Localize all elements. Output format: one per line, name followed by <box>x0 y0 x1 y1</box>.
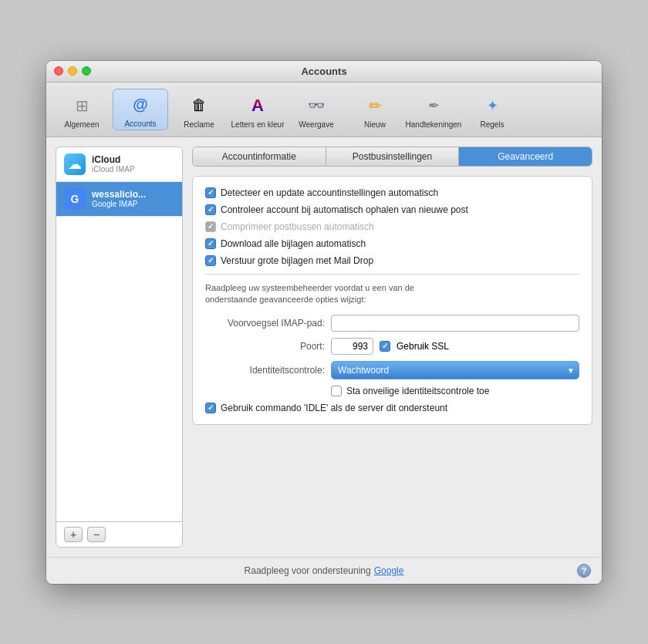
tab-geavanceerd[interactable]: Geavanceerd <box>459 147 592 166</box>
toolbar-label-nieuw: Nieuw <box>364 120 386 129</box>
checkbox-mail-drop[interactable]: Verstuur grote bijlagen met Mail Drop <box>205 255 579 266</box>
sidebar-spacer <box>56 217 182 521</box>
add-account-button[interactable]: + <box>64 527 83 542</box>
checkbox-unsafe-auth-box[interactable] <box>331 386 342 396</box>
toolbar-item-letters[interactable]: Letters en kleur <box>230 90 285 130</box>
form-label-poort: Poort: <box>205 341 325 352</box>
detail-panel: Accountinformatie Postbusinstellingen Ge… <box>192 147 592 548</box>
idle-label: Gebruik commando 'IDLE' als de server di… <box>221 403 447 413</box>
window-title: Accounts <box>301 66 346 77</box>
checkbox-auto-detect[interactable]: Detecteer en update accountinstellingen … <box>205 187 579 198</box>
zoom-button[interactable] <box>82 66 91 76</box>
nieuw-icon <box>363 93 387 118</box>
advisory-text: Raadpleeg uw systeembeheerder voordat u … <box>205 282 579 306</box>
toolbar-item-regels[interactable]: Regels <box>464 90 520 130</box>
checkbox-check-account-label: Controleer account bij automatisch ophal… <box>221 204 468 215</box>
title-bar: Accounts <box>46 61 602 83</box>
google-icon: G <box>64 188 86 210</box>
form-label-identiteitscontrole: Identiteitscontrole: <box>205 365 325 376</box>
port-row: Gebruik SSL <box>331 338 449 355</box>
checkbox-check-account-box[interactable] <box>205 204 216 215</box>
checkbox-mail-drop-label: Verstuur grote bijlagen met Mail Drop <box>221 255 373 266</box>
letters-icon <box>245 93 270 118</box>
ssl-label: Gebruik SSL <box>397 341 449 352</box>
identiteitscontrole-select[interactable]: Wachtwoord MD5 NTLM Kerberos <box>331 361 579 379</box>
checkbox-ssl-box[interactable] <box>380 341 390 352</box>
accounts-sidebar: ☁ iCloud iCloud IMAP G wessalicio... Goo… <box>56 147 183 548</box>
checkbox-idle-box[interactable] <box>205 403 216 413</box>
toolbar-label-reclame: Reclame <box>184 120 214 129</box>
checkbox-mail-drop-box[interactable] <box>205 255 216 266</box>
toolbar: Algemeen Accounts Reclame Letters en kle… <box>46 83 602 137</box>
handtekeningen-icon <box>421 93 446 118</box>
checkbox-auto-detect-box[interactable] <box>205 187 216 198</box>
identiteitscontrole-wrapper: Wachtwoord MD5 NTLM Kerberos ▼ <box>331 361 579 379</box>
reclame-icon <box>187 93 211 118</box>
checkbox-unsafe-auth[interactable]: Sta onveilige identiteitscontrole toe <box>331 386 489 396</box>
regels-icon <box>480 93 505 118</box>
accounts-icon <box>128 93 153 117</box>
toolbar-label-regels: Regels <box>480 120 504 129</box>
icloud-account-text: iCloud iCloud IMAP <box>92 154 135 174</box>
checkbox-download-attach-box[interactable] <box>205 238 216 249</box>
form-row-imap-pad: Voorvoegsel IMAP-pad: <box>205 315 579 332</box>
checkbox-auto-detect-label: Detecteer en update accountinstellingen … <box>221 187 438 198</box>
general-icon <box>69 93 94 118</box>
checkbox-compress-label: Comprimeer postbussen automatisch <box>221 221 374 232</box>
icloud-account-type: iCloud IMAP <box>92 165 135 174</box>
checkbox-compress: Comprimeer postbussen automatisch <box>205 221 579 232</box>
form-row-poort: Poort: Gebruik SSL <box>205 338 579 355</box>
form-row-identiteitscontrole: Identiteitscontrole: Wachtwoord MD5 NTLM… <box>205 361 579 379</box>
toolbar-label-weergave: Weergave <box>299 120 333 129</box>
toolbar-label-handtekeningen: Handtekeningen <box>406 120 462 129</box>
toolbar-label-letters: Letters en kleur <box>231 120 285 129</box>
idle-row[interactable]: Gebruik commando 'IDLE' als de server di… <box>205 403 579 413</box>
tabs-bar: Accountinformatie Postbusinstellingen Ge… <box>192 147 592 167</box>
icloud-account-name: iCloud <box>92 154 135 165</box>
icloud-icon: ☁ <box>64 153 86 175</box>
tab-accountinformatie[interactable]: Accountinformatie <box>193 147 326 166</box>
poort-input[interactable] <box>331 338 373 355</box>
checkbox-download-attach[interactable]: Download alle bijlagen automatisch <box>205 238 579 249</box>
minimize-button[interactable] <box>68 66 77 76</box>
checkbox-download-attach-label: Download alle bijlagen automatisch <box>221 238 366 249</box>
checkbox-check-account[interactable]: Controleer account bij automatisch ophal… <box>205 204 579 215</box>
close-button[interactable] <box>54 66 63 76</box>
settings-panel: Detecteer en update accountinstellingen … <box>192 176 592 426</box>
main-window: Accounts Algemeen Accounts Reclame Lette… <box>46 61 602 584</box>
footer-link[interactable]: Google <box>374 565 404 576</box>
toolbar-item-handtekeningen[interactable]: Handtekeningen <box>406 90 461 130</box>
toolbar-label-algemeen: Algemeen <box>64 120 99 129</box>
google-account-type: Google IMAP <box>92 200 146 208</box>
google-account-name: wessalicio... <box>92 189 146 200</box>
form-label-imap-pad: Voorvoegsel IMAP-pad: <box>205 318 325 329</box>
account-item-icloud[interactable]: ☁ iCloud iCloud IMAP <box>56 147 182 182</box>
footer: Raadpleeg voor ondersteuning Google ? <box>46 557 602 584</box>
toolbar-label-accounts: Accounts <box>124 120 156 128</box>
divider-1 <box>205 274 579 275</box>
footer-text: Raadpleeg voor ondersteuning <box>245 565 371 576</box>
unsafe-auth-label: Sta onveilige identiteitscontrole toe <box>346 386 489 396</box>
toolbar-item-weergave[interactable]: Weergave <box>289 90 344 130</box>
help-button[interactable]: ? <box>577 564 591 578</box>
account-item-google[interactable]: G wessalicio... Google IMAP <box>56 182 182 217</box>
form-row-unsafe-auth: Sta onveilige identiteitscontrole toe <box>331 386 579 396</box>
toolbar-item-algemeen[interactable]: Algemeen <box>54 90 110 130</box>
toolbar-item-reclame[interactable]: Reclame <box>171 90 227 130</box>
checkbox-compress-box <box>205 221 216 232</box>
traffic-lights <box>54 66 91 76</box>
toolbar-item-accounts[interactable]: Accounts <box>113 89 168 130</box>
main-content: ☁ iCloud iCloud IMAP G wessalicio... Goo… <box>46 137 602 557</box>
tab-postbusinstellingen[interactable]: Postbusinstellingen <box>326 147 460 166</box>
weergave-icon <box>304 93 329 118</box>
imap-pad-input[interactable] <box>331 315 579 332</box>
toolbar-item-nieuw[interactable]: Nieuw <box>347 90 403 130</box>
remove-account-button[interactable]: − <box>87 527 106 542</box>
sidebar-buttons: + − <box>56 521 182 547</box>
google-account-text: wessalicio... Google IMAP <box>92 189 146 208</box>
